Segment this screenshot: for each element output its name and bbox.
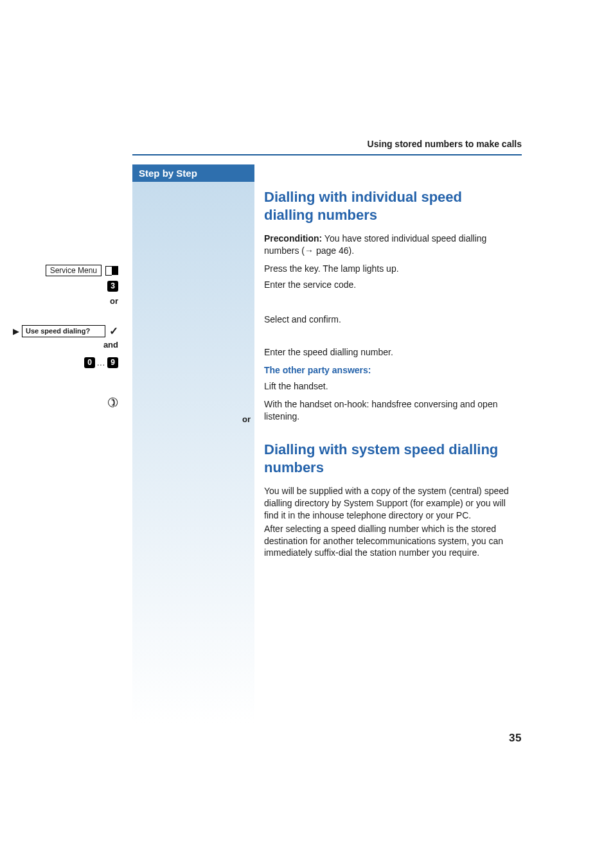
use-speed-dialing-prompt[interactable]: Use speed dialing?	[22, 325, 105, 337]
precondition-text-b: page 46).	[314, 245, 354, 256]
sidebar-title: Step by Step	[132, 164, 254, 182]
or-label-2: or	[242, 414, 251, 424]
and-label: and	[103, 340, 118, 350]
step-or2-row: or	[132, 414, 254, 424]
step-prompt-row: ▶ Use speed dialing? ✓	[0, 324, 122, 338]
sidebar-body	[132, 182, 254, 724]
keypad-0-button[interactable]: 0	[84, 357, 95, 368]
spacer-or1	[264, 297, 515, 314]
spacer-and	[264, 331, 515, 346]
confirm-check-icon[interactable]: ✓	[109, 324, 118, 338]
other-party-heading: The other party answers:	[264, 365, 515, 375]
service-menu-button[interactable]: Service Menu	[46, 265, 102, 276]
keypad-ellipsis: ...	[97, 359, 105, 368]
or-label-1: or	[110, 296, 118, 306]
enter-code-text: Enter the service code.	[264, 279, 515, 291]
page-number: 35	[509, 732, 522, 745]
lift-handset-text: Lift the handset.	[264, 380, 515, 393]
prompt-arrow-icon: ▶	[13, 326, 19, 336]
step-key3-row: 3	[0, 281, 122, 292]
header-rule	[132, 154, 522, 155]
press-key-text: Press the key. The lamp lights up.	[264, 263, 515, 275]
step-and-row: and	[0, 340, 122, 350]
step-or1-row: or	[0, 296, 122, 306]
enter-speed-text: Enter the speed dialling number.	[264, 346, 515, 359]
step-keys-range-row: 0 ... 9	[0, 357, 122, 368]
running-header: Using stored numbers to make calls	[132, 139, 522, 149]
precondition-label: Precondition:	[264, 233, 322, 244]
section2-heading: Dialling with system speed dialling numb…	[264, 441, 515, 476]
section2-para1: You will be supplied with a copy of the …	[264, 485, 515, 522]
handsfree-text: With the handset on-hook: handsfree conv…	[264, 398, 515, 423]
handset-icon: ✆	[105, 394, 120, 412]
step-service-menu-row: Service Menu	[0, 265, 122, 276]
select-confirm-text: Select and confirm.	[264, 314, 515, 326]
main-content: Dialling with individual speed dialling …	[264, 188, 515, 565]
page-ref-arrow-icon: →	[305, 245, 314, 256]
keypad-range: 0 ... 9	[84, 357, 118, 368]
page: Using stored numbers to make calls Step …	[0, 0, 613, 868]
section1-heading: Dialling with individual speed dialling …	[264, 188, 515, 224]
lamp-icon	[105, 266, 118, 275]
keypad-9-button[interactable]: 9	[107, 357, 118, 368]
keypad-3-button[interactable]: 3	[107, 281, 118, 292]
precondition-para: Precondition: You have stored individual…	[264, 233, 515, 257]
section2-para2: After selecting a speed dialling number …	[264, 523, 515, 560]
step-handset-row: ✆	[0, 395, 122, 411]
